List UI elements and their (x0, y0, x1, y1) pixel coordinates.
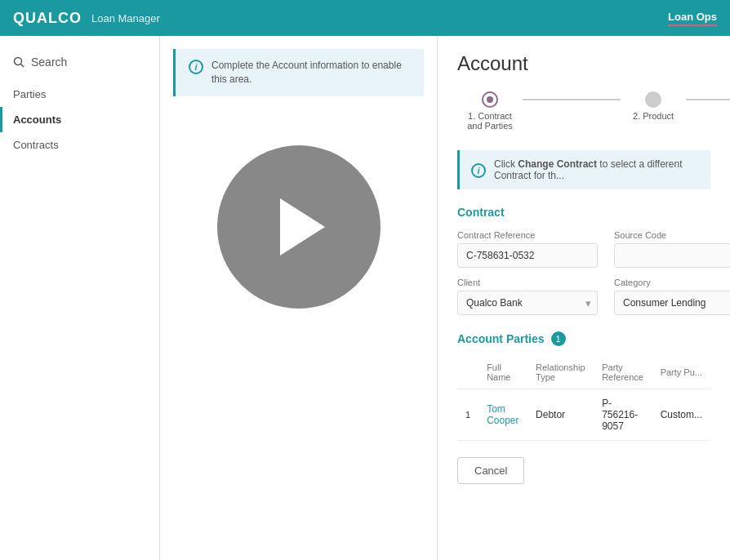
client-select-wrapper: Qualco Bank ▾ (457, 291, 598, 315)
step-1-wrapper: 1. Contractand Parties (457, 91, 621, 131)
cancel-button[interactable]: Cancel (457, 457, 524, 484)
sidebar-item-parties[interactable]: Parties (0, 82, 159, 107)
step-line-2 (686, 99, 730, 100)
step-1-inner (487, 96, 493, 103)
sidebar-nav: Parties Accounts Contracts (0, 82, 159, 158)
header-left: QUALCO Loan Manager (13, 10, 160, 27)
play-icon (280, 198, 325, 256)
party-fullname[interactable]: Tom Cooper (479, 389, 527, 441)
search-button[interactable]: Search (0, 49, 159, 82)
category-label: Category (614, 278, 730, 287)
search-icon (13, 56, 24, 68)
left-panel: i Complete the Account information to en… (160, 36, 438, 560)
app-name: Loan Manager (91, 12, 160, 24)
account-parties-header: Account Parties 1 (457, 331, 710, 346)
stepper: 1. Contractand Parties 2. Product 3. Inf… (457, 91, 710, 131)
col-relationship-type: Relationship Type (527, 356, 594, 389)
contract-reference-input[interactable] (457, 243, 598, 268)
category-field: Category (614, 278, 730, 315)
sidebar-item-accounts[interactable]: Accounts (0, 107, 159, 132)
step-1-label: 1. Contractand Parties (457, 111, 523, 131)
logo: QUALCO (13, 10, 82, 27)
col-party-purpose: Party Pu... (652, 356, 710, 389)
step-line-1 (523, 99, 621, 100)
info-banner: i Complete the Account information to en… (173, 49, 424, 96)
header: QUALCO Loan Manager Loan Ops (0, 0, 730, 36)
col-fullname: Full Name (479, 356, 527, 389)
row-num: 1 (457, 389, 479, 441)
parties-table: Full Name Relationship Type Party Refere… (457, 356, 710, 441)
contract-reference-field: Contract Reference (457, 230, 598, 268)
category-input[interactable] (614, 291, 730, 315)
source-code-field: Source Code (614, 230, 730, 268)
page-title: Account (457, 52, 710, 75)
col-num (457, 356, 479, 389)
info-icon: i (189, 60, 203, 74)
right-panel: Account 1. Contractand Parties 2. Pr (438, 36, 730, 560)
source-code-input[interactable] (614, 243, 730, 268)
user-label: Loan Ops (668, 11, 717, 26)
info-banner-text: Complete the Account information to enab… (211, 59, 411, 87)
content-area: i Complete the Account information to en… (160, 36, 730, 560)
sidebar: Search Parties Accounts Contracts (0, 36, 160, 560)
party-relationship-type: Debtor (527, 389, 594, 441)
step-1-circle (482, 91, 498, 108)
client-select[interactable]: Qualco Bank (457, 291, 598, 315)
table-row: 1 Tom Cooper Debtor P-756216-9057 Custom… (457, 389, 710, 441)
step-2[interactable]: 2. Product (621, 91, 686, 121)
form-info-icon: i (471, 163, 486, 178)
step-2-wrapper: 2. Product (621, 91, 730, 121)
account-parties-title: Account Parties (457, 332, 545, 345)
col-party-reference: Party Reference (594, 356, 652, 389)
search-label: Search (31, 56, 67, 69)
video-placeholder[interactable] (217, 145, 381, 309)
svg-line-1 (21, 64, 24, 68)
client-label: Client (457, 278, 598, 287)
account-parties-badge: 1 (551, 331, 566, 346)
step-2-circle (645, 91, 661, 108)
contract-reference-label: Contract Reference (457, 230, 598, 240)
contract-section-title: Contract (457, 206, 710, 219)
client-field: Client Qualco Bank ▾ (457, 278, 598, 315)
form-info-bar: i Click Change Contract to select a diff… (457, 150, 710, 189)
sidebar-item-contracts[interactable]: Contracts (0, 132, 159, 158)
source-code-label: Source Code (614, 230, 730, 240)
form-info-text: Click Change Contract to select a differ… (494, 158, 699, 181)
step-2-label: 2. Product (621, 111, 686, 121)
party-purpose: Custom... (652, 389, 710, 441)
svg-point-0 (15, 58, 22, 65)
contract-form: Contract Reference Source Code Client Qu… (457, 230, 710, 315)
main-layout: Search Parties Accounts Contracts i Comp… (0, 36, 730, 560)
party-reference: P-756216-9057 (594, 389, 652, 441)
step-1[interactable]: 1. Contractand Parties (457, 91, 523, 131)
